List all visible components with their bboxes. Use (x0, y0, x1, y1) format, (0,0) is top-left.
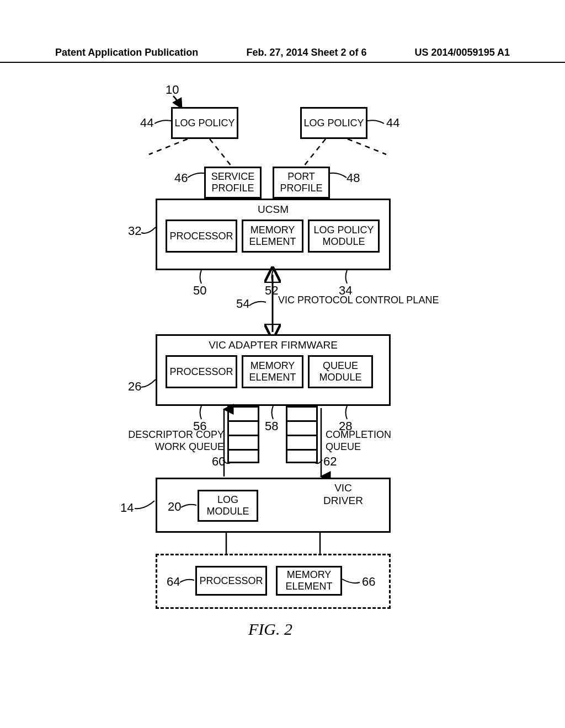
queue-module-box: QUEUE MODULE (308, 355, 373, 388)
processor-2-label: PROCESSOR (169, 366, 233, 378)
leader-28 (343, 406, 351, 420)
memory-element-3-box: MEMORY ELEMENT (276, 566, 342, 596)
log-module-box: LOG MODULE (198, 490, 258, 522)
queue-module-label: QUEUE MODULE (310, 360, 371, 383)
svg-line-1 (210, 139, 232, 167)
memory-element-1-label: MEMORY ELEMENT (243, 224, 302, 247)
ref-20: 20 (168, 500, 181, 514)
processor-2-box: PROCESSOR (166, 355, 237, 388)
processor-3-box: PROCESSOR (195, 566, 267, 596)
port-profile-label: PORT PROFILE (274, 171, 328, 194)
svg-line-0 (149, 139, 188, 154)
log-policy-box-b: LOG POLICY (300, 107, 367, 139)
leader-34 (343, 270, 351, 285)
leader-32 (141, 226, 158, 235)
ref-32: 32 (128, 224, 141, 238)
vic-protocol-label: VIC PROTOCOL CONTROL PLANE (278, 295, 439, 307)
double-arrow-54 (267, 270, 278, 336)
ref-54: 54 (236, 297, 249, 311)
log-policy-module-label: LOG POLICY MODULE (310, 224, 378, 247)
header-left: Patent Application Publication (55, 47, 198, 58)
arrow-up-queue (221, 406, 232, 483)
header-right: US 2014/0059195 A1 (415, 47, 510, 58)
leader-64 (180, 577, 196, 585)
ref-44b: 44 (386, 116, 399, 130)
memory-element-2-label: MEMORY ELEMENT (243, 360, 302, 383)
leader-44b (367, 118, 386, 128)
ucsm-title: UCSM (157, 204, 389, 216)
leader-66 (342, 577, 362, 585)
diagram-container: 10 LOG POLICY 44 LOG POLICY 44 (0, 77, 565, 684)
ref-44a: 44 (140, 116, 153, 130)
leader-26 (141, 378, 158, 388)
dashed-connectors-top (143, 139, 397, 172)
leader-48 (330, 171, 348, 180)
memory-element-2-box: MEMORY ELEMENT (242, 355, 303, 388)
leader-20 (181, 502, 199, 510)
log-module-label: LOG MODULE (199, 494, 257, 517)
leader-14 (135, 500, 157, 510)
svg-line-2 (303, 139, 326, 167)
completion-queue-label: COMPLETION QUEUE (326, 429, 408, 453)
leader-56 (198, 406, 205, 420)
leader-50 (198, 270, 205, 285)
work-queue-60 (227, 406, 259, 463)
processor-3-label: PROCESSOR (199, 575, 263, 587)
log-policy-box-a: LOG POLICY (171, 107, 238, 139)
leader-58 (269, 406, 277, 420)
ref-50: 50 (193, 283, 206, 298)
vic-driver-label: VIC DRIVER (316, 482, 371, 507)
ref-14: 14 (120, 501, 134, 515)
processor-1-label: PROCESSOR (169, 231, 233, 242)
port-profile-box: PORT PROFILE (273, 167, 330, 199)
header-center: Feb. 27, 2014 Sheet 2 of 6 (246, 47, 366, 58)
page-header: Patent Application Publication Feb. 27, … (0, 47, 565, 63)
svg-line-3 (348, 139, 386, 154)
leader-54 (249, 299, 268, 308)
service-profile-box: SERVICE PROFILE (204, 167, 262, 199)
ref-48: 48 (347, 171, 360, 185)
memory-element-1-box: MEMORY ELEMENT (242, 220, 303, 253)
figure-caption: FIG. 2 (248, 620, 292, 639)
ref-26: 26 (128, 379, 141, 394)
arrow-down-queue (318, 406, 329, 483)
ref-46: 46 (174, 171, 188, 185)
service-profile-label: SERVICE PROFILE (206, 171, 260, 194)
ref-64: 64 (167, 575, 180, 589)
ref-66: 66 (362, 575, 375, 589)
completion-queue-62 (286, 406, 318, 463)
leader-44a (154, 118, 173, 128)
leader-46 (188, 171, 205, 180)
log-policy-module-box: LOG POLICY MODULE (308, 220, 380, 253)
vic-firmware-title: VIC ADAPTER FIRMWARE (157, 339, 389, 351)
log-policy-b-label: LOG POLICY (303, 117, 364, 129)
descriptor-queue-label: DESCRIPTOR COPY WORK QUEUE (114, 429, 224, 453)
log-policy-a-label: LOG POLICY (174, 117, 234, 129)
processor-1-box: PROCESSOR (166, 220, 237, 253)
page: Patent Application Publication Feb. 27, … (0, 0, 565, 728)
memory-element-3-label: MEMORY ELEMENT (278, 569, 340, 592)
ref-58: 58 (265, 419, 278, 433)
